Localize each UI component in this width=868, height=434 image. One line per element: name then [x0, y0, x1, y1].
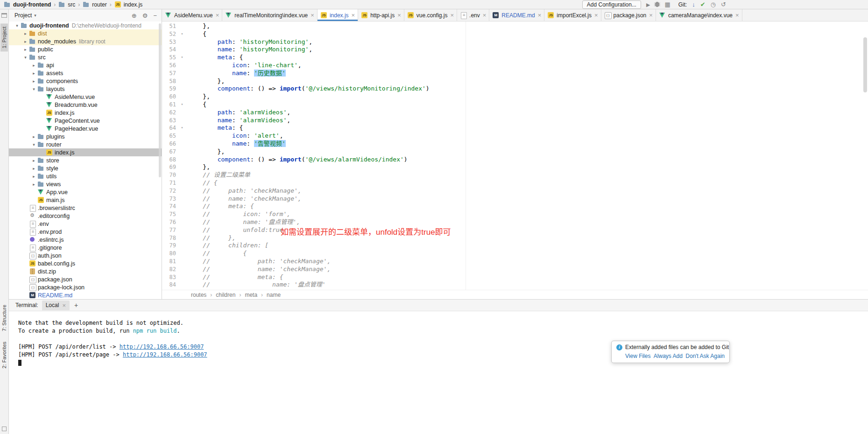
tree-item-PageContent.vue[interactable]: PageContent.vue	[9, 117, 162, 125]
tree-item-babel.config.js[interactable]: babel.config.js	[9, 259, 162, 267]
fold-arrow-icon[interactable]: ▾	[176, 30, 188, 38]
code-line-73[interactable]: 73 // name: 'checkManage',	[162, 195, 868, 203]
chevron-right-icon[interactable]: ▸	[22, 47, 29, 52]
breadcrumb-item[interactable]: router	[83, 1, 106, 8]
tree-item-dist.zip[interactable]: dist.zip	[9, 267, 162, 275]
code-line-54[interactable]: 54 name: 'historyMonitoring',	[162, 46, 868, 54]
editor-tab-.env[interactable]: .env×	[457, 9, 489, 21]
tree-item-AsideMenu.vue[interactable]: AsideMenu.vue	[9, 93, 162, 101]
add-configuration-button[interactable]: Add Configuration...	[582, 0, 641, 9]
close-icon[interactable]: ×	[352, 12, 355, 19]
tree-item-views[interactable]: ▸views	[9, 180, 162, 188]
chevron-down-icon[interactable]: ▾	[22, 55, 29, 60]
debug-icon[interactable]	[655, 2, 659, 7]
tree-item-utils[interactable]: ▸utils	[9, 172, 162, 180]
toolwindow-switcher-icon[interactable]	[2, 427, 7, 431]
terminal-link[interactable]: http://192.168.66.56:9007	[120, 343, 204, 350]
tree-item-router[interactable]: ▾router	[9, 140, 162, 148]
tree-item-.editorconfig[interactable]: .editorconfig	[9, 212, 162, 220]
code-line-82[interactable]: 82 // name: 'checkManage',	[162, 266, 868, 273]
code-line-79[interactable]: 79 // children: [	[162, 242, 868, 250]
tree-item-package-lock.json[interactable]: package-lock.json	[9, 283, 162, 291]
editor-tab-vue.config.js[interactable]: vue.config.js×	[404, 9, 457, 21]
tree-item-plugins[interactable]: ▸plugins	[9, 133, 162, 140]
stripe-project-button[interactable]: 1: Project	[0, 23, 8, 51]
stripe-favorites-button[interactable]: 2: Favorites	[0, 338, 8, 371]
code-line-64[interactable]: 64▾ meta: {	[162, 124, 868, 132]
editor-scrollbar[interactable]	[863, 37, 867, 92]
rollback-icon[interactable]: ↺	[721, 1, 726, 8]
gear-icon[interactable]: ⚙	[142, 12, 148, 19]
code-editor[interactable]: 51 },52▾ {53 path: 'historyMonitoring',5…	[162, 21, 868, 290]
code-line-60[interactable]: 60 },	[162, 93, 868, 101]
code-line-57[interactable]: 57 name: '历史数据'	[162, 70, 868, 77]
notification-action[interactable]: Always Add	[654, 353, 683, 359]
editor-tab-cameraManage\index.vue[interactable]: cameraManage\index.vue×	[656, 9, 742, 21]
chevron-down-icon[interactable]: ▾	[14, 23, 21, 28]
code-line-71[interactable]: 71 // {	[162, 179, 868, 187]
code-line-76[interactable]: 76 // name: '盘点管理',	[162, 218, 868, 226]
code-line-62[interactable]: 62 path: 'alarmVideos',	[162, 109, 868, 117]
terminal-tab-local[interactable]: Local ×	[42, 301, 70, 310]
code-line-52[interactable]: 52▾ {	[162, 30, 868, 38]
toolwindow-icon[interactable]	[1, 13, 7, 18]
tree-item-README.md[interactable]: README.md	[9, 291, 162, 299]
tree-item-style[interactable]: ▸style	[9, 164, 162, 172]
tree-item-index.js[interactable]: index.js	[9, 109, 162, 117]
tree-item-src[interactable]: ▾src	[9, 53, 162, 61]
code-line-66[interactable]: 66 name: '告警视频'	[162, 140, 868, 148]
close-icon[interactable]: ×	[594, 12, 598, 19]
editor-tab-importExcel.js[interactable]: importExcel.js×	[544, 9, 601, 21]
tree-item-assets[interactable]: ▸assets	[9, 69, 162, 77]
tree-item-api[interactable]: ▸api	[9, 61, 162, 69]
breadcrumb-item-routes[interactable]: routes	[191, 292, 206, 298]
close-icon[interactable]: ×	[483, 12, 487, 19]
close-icon[interactable]: ×	[397, 12, 401, 19]
code-line-67[interactable]: 67 },	[162, 148, 868, 156]
close-icon[interactable]: ×	[216, 12, 219, 19]
editor-tab-README.md[interactable]: README.md×	[489, 9, 544, 21]
close-icon[interactable]: ×	[649, 12, 653, 19]
chevron-right-icon[interactable]: ▸	[30, 63, 37, 68]
chevron-right-icon[interactable]: ▸	[22, 39, 29, 44]
code-line-81[interactable]: 81 // path: 'checkManage',	[162, 258, 868, 266]
editor-tab-package.json[interactable]: package.json×	[601, 9, 656, 21]
chevron-right-icon[interactable]: ▸	[22, 31, 29, 36]
tree-item-index.js[interactable]: index.js	[9, 148, 162, 156]
code-line-61[interactable]: 61▾ {	[162, 101, 868, 109]
new-session-icon[interactable]: +	[74, 301, 78, 309]
chevron-right-icon[interactable]: ▸	[30, 166, 37, 171]
code-line-65[interactable]: 65 icon: 'alert',	[162, 132, 868, 140]
code-line-75[interactable]: 75 // icon: 'form',	[162, 210, 868, 218]
breadcrumb-item-children[interactable]: children	[216, 292, 235, 298]
history-clock-icon[interactable]: ◷	[711, 1, 716, 8]
tree-item-.gitignore[interactable]: .gitignore	[9, 244, 162, 252]
tree-item-main.js[interactable]: main.js	[9, 196, 162, 204]
terminal-output[interactable]: Note that the development build is not o…	[9, 311, 868, 434]
project-view-dropdown[interactable]: Project ▾	[14, 12, 36, 19]
fold-arrow-icon[interactable]: ▾	[176, 54, 188, 62]
tree-item-.eslintrc.js[interactable]: .eslintrc.js	[9, 236, 162, 244]
code-line-68[interactable]: 68 component: () => import('@/views/alar…	[162, 156, 868, 164]
close-icon[interactable]: ×	[735, 12, 739, 19]
chevron-right-icon[interactable]: ▸	[30, 134, 37, 139]
code-line-56[interactable]: 56 icon: 'line-chart',	[162, 62, 868, 70]
tree-item-store[interactable]: ▸store	[9, 156, 162, 164]
code-line-80[interactable]: 80 // {	[162, 250, 868, 258]
breadcrumb-item-meta[interactable]: meta	[245, 292, 257, 298]
tool-grid-icon[interactable]: ▦	[664, 1, 670, 8]
hide-panel-icon[interactable]: −	[153, 12, 157, 19]
tree-item-Breadcrumb.vue[interactable]: Breadcrumb.vue	[9, 101, 162, 109]
code-line-70[interactable]: 70 // 设置二级菜单	[162, 171, 868, 179]
code-line-74[interactable]: 74 // meta: {	[162, 203, 868, 210]
fold-arrow-icon[interactable]: ▾	[176, 124, 188, 132]
chevron-right-icon[interactable]: ▸	[30, 71, 37, 76]
project-scrollbar[interactable]	[159, 23, 161, 177]
breadcrumb-item[interactable]: duoji-frontend	[4, 1, 51, 8]
close-icon[interactable]: ×	[62, 302, 66, 309]
tree-item-duoji-frontend[interactable]: ▾duoji-frontendD:\zheheWeb\duoji-fronten…	[9, 21, 162, 29]
editor-tab-index.js[interactable]: index.js×	[318, 9, 358, 21]
code-line-77[interactable]: 77 // unfold:true	[162, 226, 868, 234]
chevron-down-icon[interactable]: ▾	[30, 87, 37, 91]
git-update-icon[interactable]: ↓	[692, 1, 695, 8]
